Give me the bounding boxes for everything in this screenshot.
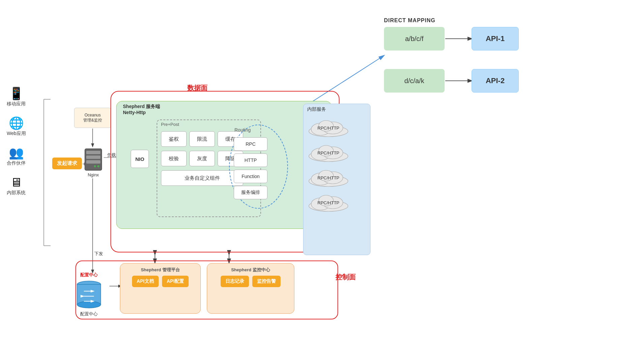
cell-jiaoyan: 校验: [161, 151, 187, 166]
api-box-1: API-1: [472, 27, 519, 50]
cell-jianquan: 鉴权: [161, 131, 187, 147]
cell-xiangliu: 限流: [189, 131, 215, 147]
cloud-text-1: RPC/HTTP: [318, 126, 340, 131]
api-box-2: API-2: [472, 69, 519, 93]
cloud-4: RPC/HTTP: [307, 193, 350, 212]
control-plane-label: 控制面: [335, 273, 356, 282]
svg-rect-20: [86, 151, 100, 154]
xia-fa-label: 下发: [94, 251, 103, 257]
api-doc-btn: API文档: [132, 276, 159, 287]
mgmt-buttons: API文档 API配置: [132, 276, 189, 287]
cloud-text-2: RPC/HTTP: [318, 150, 340, 156]
direct-mapping-label: DIRECT MAPPING: [384, 18, 436, 24]
cloud-1: RPC/HTTP: [307, 118, 350, 137]
cell-huidu: 灰度: [189, 151, 215, 166]
partner-label: 合作伙伴: [7, 160, 26, 166]
shepherd-monitor-box: Shepherd 监控中心 日志记录 监控告警: [207, 263, 294, 314]
mobile-label: 移动应用: [7, 101, 26, 107]
svg-point-43: [77, 301, 101, 308]
internal-label: 内部系统: [7, 190, 26, 196]
nginx-box: Nginx: [84, 148, 103, 177]
shepherd-monitor-title: Shepherd 监控中心: [231, 267, 270, 273]
svg-rect-21: [86, 156, 100, 159]
config-center-label-top: 配置中心: [80, 272, 98, 278]
mobile-icon: 📱: [9, 88, 24, 100]
oceanus-line2: 管理&监控: [83, 117, 102, 123]
nio-box: NIO: [131, 150, 149, 168]
client-group: 📱 移动应用 🌐 Web应用 👥 合作伙伴 🖥 内部系统: [7, 88, 26, 196]
partner-icon: 👥: [9, 147, 24, 159]
server-svg: [84, 148, 103, 171]
svg-rect-22: [86, 160, 100, 164]
routing-label: Routing: [234, 127, 251, 133]
faqi-btn: 发起请求: [52, 158, 82, 169]
shepherd-server-title: Shepherd 服务端 Netty-Http: [123, 104, 160, 115]
cloud-text-4: RPC/HTTP: [318, 200, 340, 205]
svg-point-23: [97, 165, 99, 167]
internal-service-label: 内部服务: [307, 106, 326, 112]
config-center: 配置中心 配置中心: [75, 272, 102, 317]
monitor-buttons: 日志记录 监控告警: [221, 276, 281, 287]
cloud-3: RPC/HTTP: [307, 168, 350, 187]
routing-function: Function: [234, 170, 267, 183]
client-partner: 👥 合作伙伴: [7, 147, 26, 166]
web-label: Web应用: [7, 131, 26, 137]
oceanus-box: Oceanus 管理&监控: [74, 108, 111, 128]
cloud-text-3: RPC/HTTP: [318, 175, 340, 180]
internal-icon: 🖥: [10, 176, 22, 188]
routing-rpc: RPC: [234, 137, 267, 151]
green-box-2: d/c/a/k: [384, 69, 445, 93]
green-box-1: a/b/c/f: [384, 27, 445, 50]
api-config-btn: API配置: [162, 276, 189, 287]
client-mobile: 📱 移动应用: [7, 88, 26, 107]
svg-point-24: [94, 165, 96, 167]
client-web: 🌐 Web应用: [7, 117, 26, 137]
pre-post-label: Pre+Post: [161, 122, 179, 127]
routing-http: HTTP: [234, 153, 267, 167]
oceanus-line1: Oceanus: [85, 113, 101, 117]
alert-btn: 监控告警: [252, 276, 281, 287]
cloud-2: RPC/HTTP: [307, 143, 350, 162]
routing-service-compose: 服务编排: [234, 186, 267, 199]
client-internal: 🖥 内部系统: [7, 176, 26, 196]
nginx-label: Nginx: [88, 172, 99, 177]
config-center-icon: [75, 279, 102, 310]
shepherd-mgmt-title: Shepherd 管理平台: [141, 267, 180, 273]
config-center-label-bottom: 配置中心: [80, 311, 98, 317]
shepherd-mgmt-box: Shepherd 管理平台 API文档 API配置: [120, 263, 201, 314]
diagram-container: 📱 移动应用 🌐 Web应用 👥 合作伙伴 🖥 内部系统 发起请求 负载均衡 下…: [0, 0, 644, 344]
web-icon: 🌐: [9, 117, 24, 129]
log-btn: 日志记录: [221, 276, 249, 287]
data-plane-label: 数据面: [187, 83, 207, 93]
